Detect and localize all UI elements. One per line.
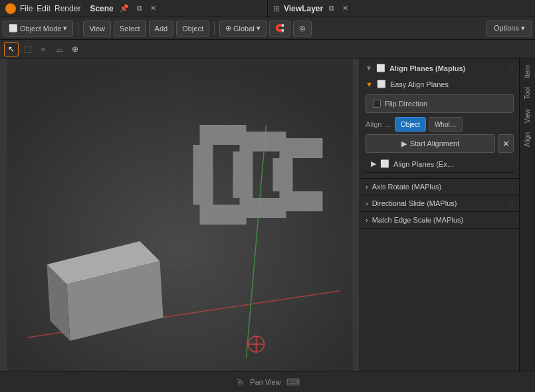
copy-scene-icon[interactable]: ⧉ — [135, 3, 144, 13]
mode-icon-cube: ⬜ — [9, 24, 18, 33]
transform-mode-icon[interactable]: ⊕ — [68, 42, 82, 56]
flip-direction-label: Flip Direction — [385, 100, 427, 108]
mode-dropdown-arrow: ▾ — [63, 24, 67, 33]
start-alignment-icon: ▶ — [401, 140, 407, 148]
axis-rotate-arrow: › — [366, 183, 368, 191]
flip-direction-button[interactable]: Flip Direction — [366, 94, 514, 113]
scene-title-bar: File Edit Render Scene 📌 ⧉ ✕ — [0, 0, 268, 17]
main-area: User Perspective (1) Collection | Cube.0… — [0, 58, 535, 371]
match-edge-scale-title: Match Edge Scale (MAPlus) — [372, 216, 464, 224]
flip-direction-checkbox — [373, 100, 381, 108]
tab-item[interactable]: Item — [521, 61, 534, 82]
proportional-btn[interactable]: ◎ — [293, 21, 312, 37]
far-right-tabs: Item Tool View Align — [519, 58, 535, 371]
align-planes-ex-title: Align Planes (Ex… — [393, 160, 455, 168]
directional-slide-section[interactable]: › Directional Slide (MAPlus) :: — [360, 195, 519, 212]
start-alignment-button[interactable]: ▶ Start Alignment — [366, 134, 495, 153]
align-planes-icon: ⬜ — [376, 64, 385, 72]
start-alignment-label: Start Alignment — [410, 140, 460, 147]
select-circle-mode-icon[interactable]: ○ — [36, 42, 51, 56]
status-right-icon: ⌨ — [286, 377, 300, 387]
directional-slide-title: Directional Slide (MAPlus) — [372, 199, 457, 207]
options-btn[interactable]: Options ▾ — [486, 21, 532, 37]
pin-icon[interactable]: 📌 — [118, 3, 131, 13]
status-left-icon: 🖱 — [235, 377, 245, 387]
render-menu[interactable]: Render — [54, 4, 80, 13]
align-planes-header[interactable]: ▼ ⬜ Align Planes (Maplus) :: — [360, 61, 519, 75]
scene-svg — [0, 58, 360, 371]
close-viewlayer-icon[interactable]: ✕ — [340, 3, 350, 13]
mode-icons-row: ↖ ⬚ ○ ⌓ ⊕ — [0, 40, 535, 58]
align-planes-sub-panel: ▼ ⬜ Easy Align Planes Flip Direction Ali… — [360, 75, 519, 175]
mode-label: Object Mode — [20, 25, 61, 33]
view-menu[interactable]: View — [83, 21, 111, 37]
close-alignment-button[interactable]: ✕ — [498, 134, 514, 153]
align-planes-arrow: ▼ — [366, 64, 372, 72]
cursor-mode-icon[interactable]: ↖ — [4, 42, 19, 56]
tab-align[interactable]: Align — [521, 128, 534, 151]
close-icon: ✕ — [502, 139, 510, 149]
add-menu[interactable]: Add — [149, 21, 174, 37]
tab-tool[interactable]: Tool — [521, 83, 534, 103]
drag-handle: :: — [509, 64, 514, 72]
align-planes-ex-icon: ⬜ — [380, 159, 389, 168]
proportional-icon: ◎ — [299, 24, 306, 33]
start-alignment-row: ▶ Start Alignment ✕ — [366, 134, 514, 153]
axis-rotate-section[interactable]: › Axis Rotate (MAPlus) :: — [360, 179, 519, 195]
orientation-arrow: ▾ — [257, 24, 261, 33]
align-planes-ex-section[interactable]: ▶ ⬜ Align Planes (Ex… — [366, 155, 514, 173]
right-panel: ▼ ⬜ Align Planes (Maplus) :: ▼ ⬜ Easy Al… — [360, 58, 519, 371]
toolbar-separator-1 — [78, 22, 78, 35]
snap-icon: 🧲 — [275, 24, 284, 33]
viewport[interactable]: User Perspective (1) Collection | Cube.0… — [0, 58, 360, 371]
easy-align-header[interactable]: ▼ ⬜ Easy Align Planes — [366, 78, 514, 90]
directional-slide-arrow: › — [366, 199, 368, 207]
select-menu[interactable]: Select — [114, 21, 146, 37]
axis-rotate-title: Axis Rotate (MAPlus) — [372, 183, 442, 191]
orientation-icon: ⊕ — [225, 24, 231, 33]
toolbar-row: ⬜ Object Mode ▾ View Select Add Object ⊕… — [0, 17, 535, 40]
align-object-btn[interactable]: Object — [395, 117, 426, 132]
align-planes-title: Align Planes (Maplus) — [389, 64, 465, 72]
file-menu[interactable]: File — [20, 4, 33, 13]
copy-viewlayer-icon[interactable]: ⧉ — [327, 3, 336, 13]
toolbar-separator-2 — [214, 22, 215, 35]
snap-btn[interactable]: 🧲 — [269, 21, 290, 37]
orientation-dropdown[interactable]: ⊕ Global ▾ — [219, 21, 267, 37]
status-text: Pan View — [250, 378, 280, 386]
status-bar: 🖱 Pan View ⌨ — [0, 371, 535, 392]
align-whole-btn[interactable]: Whol… — [429, 117, 463, 132]
align-planes-section: ▼ ⬜ Align Planes (Maplus) :: ▼ ⬜ Easy Al… — [360, 58, 519, 179]
directional-slide-drag: :: — [510, 200, 514, 207]
close-scene-icon[interactable]: ✕ — [148, 3, 158, 13]
select-lasso-mode-icon[interactable]: ⌓ — [52, 42, 66, 56]
viewlayer-label: ViewLayer — [284, 4, 323, 13]
layers-icon: ⊞ — [273, 4, 280, 13]
blender-icon — [5, 3, 16, 14]
scene-label: Scene — [90, 4, 113, 13]
easy-align-title: Easy Align Planes — [390, 80, 449, 88]
easy-align-icon: ⬜ — [377, 80, 386, 88]
orientation-label: Global — [233, 25, 255, 33]
tab-view[interactable]: View — [521, 105, 534, 128]
match-edge-scale-section[interactable]: › Match Edge Scale (MAPlus) — [360, 212, 519, 229]
object-menu[interactable]: Object — [176, 21, 209, 37]
align-label: Align … — [366, 120, 392, 128]
axis-rotate-drag: :: — [510, 183, 514, 191]
mode-dropdown[interactable]: ⬜ Object Mode ▾ — [3, 21, 73, 37]
edit-menu[interactable]: Edit — [37, 4, 51, 13]
align-planes-ex-arrow: ▶ — [371, 159, 376, 168]
viewlayer-title-bar: ⊞ ViewLayer ⧉ ✕ — [268, 0, 535, 17]
easy-align-arrow: ▼ — [366, 80, 373, 88]
select-box-mode-icon[interactable]: ⬚ — [20, 42, 35, 56]
align-row: Align … Object Whol… — [366, 117, 514, 132]
match-edge-scale-arrow: › — [366, 216, 368, 224]
